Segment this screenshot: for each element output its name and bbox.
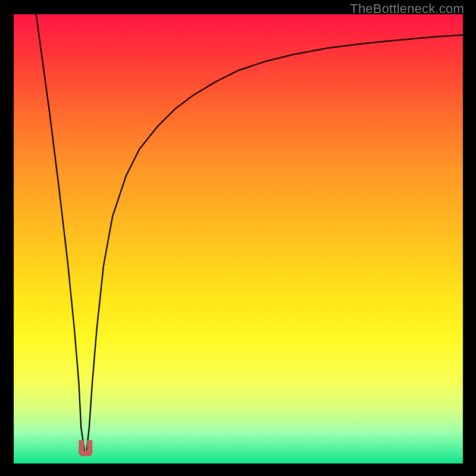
curve-layer — [14, 14, 463, 464]
watermark-text: TheBottleneck.com — [350, 1, 464, 17]
chart-frame: TheBottleneck.com — [0, 0, 476, 476]
plot-area — [14, 14, 463, 464]
optimal-point-marker — [79, 440, 92, 456]
bottleneck-curve — [36, 14, 463, 452]
